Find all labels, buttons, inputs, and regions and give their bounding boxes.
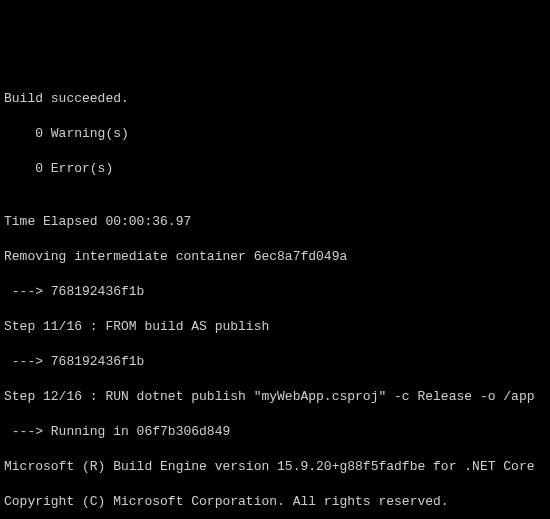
output-line: ---> Running in 06f7b306d849: [4, 423, 546, 441]
output-line: ---> 768192436f1b: [4, 283, 546, 301]
terminal-output: Build succeeded. 0 Warning(s) 0 Error(s)…: [4, 72, 546, 519]
output-line: 0 Warning(s): [4, 125, 546, 143]
output-line: Step 12/16 : RUN dotnet publish "myWebAp…: [4, 388, 546, 406]
output-line: Time Elapsed 00:00:36.97: [4, 213, 546, 231]
output-line: Copyright (C) Microsoft Corporation. All…: [4, 493, 546, 511]
output-line: 0 Error(s): [4, 160, 546, 178]
output-line: Microsoft (R) Build Engine version 15.9.…: [4, 458, 546, 476]
output-line: Step 11/16 : FROM build AS publish: [4, 318, 546, 336]
output-line: Build succeeded.: [4, 90, 546, 108]
output-line: ---> 768192436f1b: [4, 353, 546, 371]
output-line: Removing intermediate container 6ec8a7fd…: [4, 248, 546, 266]
